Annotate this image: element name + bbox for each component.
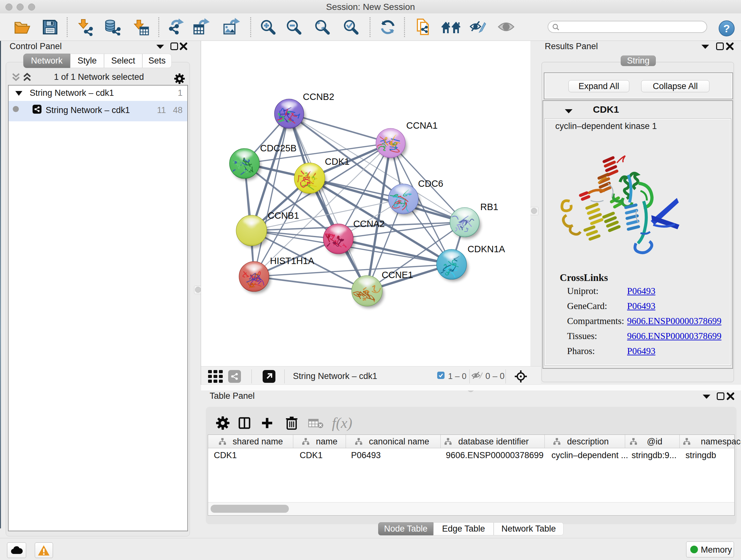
svg-text:CCNA1: CCNA1: [406, 120, 437, 131]
svg-text:CCNB1: CCNB1: [268, 210, 299, 221]
svg-text:CDC25B: CDC25B: [260, 143, 296, 153]
svg-text:CDC6: CDC6: [418, 179, 443, 189]
svg-text:CCNE1: CCNE1: [382, 270, 413, 280]
svg-text:CCNB2: CCNB2: [303, 91, 334, 102]
svg-text:CDKN1A: CDKN1A: [468, 244, 505, 254]
svg-text:RB1: RB1: [480, 202, 498, 212]
svg-text:HIST1H1A: HIST1H1A: [270, 256, 314, 266]
svg-text:CCNA2: CCNA2: [353, 219, 385, 229]
svg-text:CDK1: CDK1: [325, 157, 349, 167]
